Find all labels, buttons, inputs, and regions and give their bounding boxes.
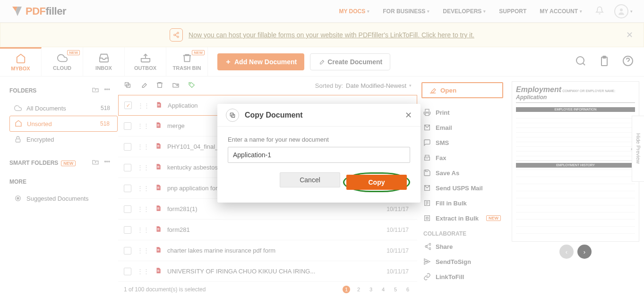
document-name-input[interactable]	[228, 147, 410, 163]
modal-actions: Cancel Copy	[228, 172, 410, 192]
close-icon[interactable]: ✕	[405, 110, 412, 120]
highlight-annotation: Copy	[343, 172, 410, 192]
modal-title: Copy Document	[245, 111, 303, 119]
copy-document-modal: Copy Document ✕ Enter a name for your ne…	[217, 104, 421, 203]
copy-icon	[226, 109, 239, 122]
modal-header: Copy Document ✕	[217, 104, 421, 127]
cancel-button[interactable]: Cancel	[280, 172, 340, 187]
modal-label: Enter a name for your new document	[228, 136, 410, 143]
modal-body: Enter a name for your new document Cance…	[217, 127, 421, 203]
copy-button[interactable]: Copy	[346, 175, 407, 190]
